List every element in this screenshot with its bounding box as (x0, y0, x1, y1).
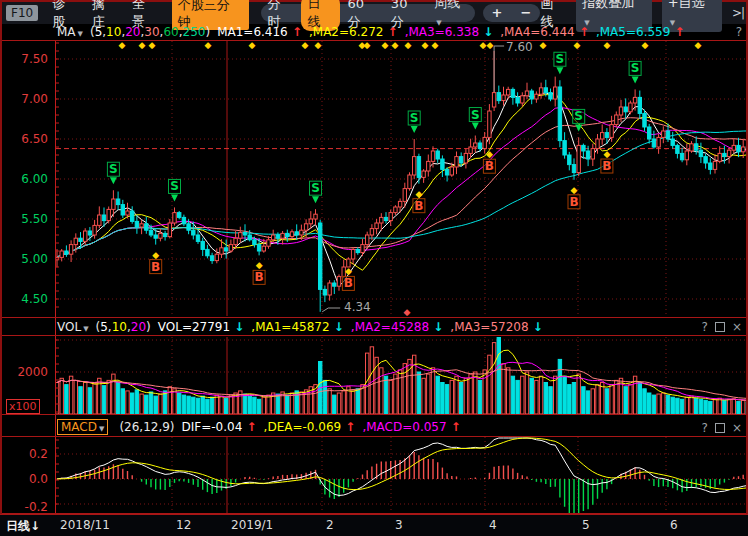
svg-text:◆: ◆ (422, 40, 429, 50)
time-axis-label: 3 (395, 518, 403, 532)
indicator-param: ) (205, 25, 210, 39)
time-axis-label: 2018/11 (60, 518, 110, 532)
svg-text:◆: ◆ (315, 40, 322, 50)
svg-text:◆: ◆ (432, 40, 439, 50)
volume-unit-label: x100 (6, 399, 40, 414)
svg-text:◆: ◆ (119, 40, 126, 50)
down-arrow-icon: ↓ (529, 320, 543, 334)
indicator-param: ) (146, 320, 151, 334)
indicator-selector[interactable]: MACD▼ (57, 419, 108, 435)
up-arrow-icon: ↑ (288, 25, 302, 39)
price-pane-icons: ? (736, 25, 742, 39)
svg-text:◆: ◆ (574, 40, 581, 50)
price-ma-legend[interactable]: MA▼(5,10,20,30,60,250)MA1=6.416 ↑,MA2=6.… (57, 23, 685, 40)
indicator-selector[interactable]: MA▼ (57, 25, 83, 39)
svg-text:B: B (151, 260, 160, 274)
indicator-value: ,MA4=6.444 (500, 25, 574, 39)
macd-legend[interactable]: MACD▼(26,12,9)DIF=-0.04 ↑,DEA=-0.069 ↑,M… (57, 419, 461, 435)
svg-text:◆: ◆ (415, 189, 422, 199)
close-icon[interactable]: × (732, 421, 742, 435)
indicator-param: 20 (131, 320, 146, 334)
svg-text:◆: ◆ (205, 40, 212, 50)
separator (0, 40, 748, 41)
up-arrow-icon: ↑ (242, 420, 256, 434)
maximize-icon[interactable] (715, 423, 725, 433)
help-icon[interactable]: ? (702, 320, 708, 334)
indicator-value: ,MA3=57208 (450, 320, 528, 334)
svg-text:B: B (602, 159, 611, 173)
svg-text:B: B (344, 276, 353, 290)
up-arrow-icon: ↑ (383, 25, 397, 39)
svg-text:◆: ◆ (364, 40, 371, 50)
indicator-value: ,MA2=45288 (351, 320, 429, 334)
maximize-icon[interactable] (715, 322, 725, 332)
period-indicator[interactable]: 日线↓ (6, 518, 40, 535)
indicator-value: DIF=-0.04 (182, 420, 243, 434)
indicator-param: 5 (100, 320, 108, 334)
time-axis-bar: 日线↓ 2018/11122019/123456 (0, 514, 748, 536)
svg-text:B: B (485, 159, 494, 173)
up-arrow-icon: ↑ (447, 420, 461, 434)
indicator-value: ,DEA=-0.069 (264, 420, 342, 434)
svg-text:◆: ◆ (540, 40, 547, 50)
stock-chart-window: F10 诊股 擒庄 全景 个股三分钟 分时日线60分30分周线▼ + − 画线 … (0, 0, 748, 536)
separator (0, 317, 748, 318)
svg-text:◆: ◆ (345, 266, 352, 276)
indicator-param: 60 (163, 25, 178, 39)
separator (0, 414, 748, 415)
svg-text:◆: ◆ (695, 40, 702, 50)
indicator-value: ,MACD=0.057 (362, 420, 446, 434)
help-icon[interactable]: ? (702, 421, 708, 435)
indicator-param: 10 (106, 25, 121, 39)
down-arrow-icon: ↓ (230, 320, 244, 334)
volume-legend[interactable]: VOL▼(5,10,20)VOL=27791 ↓,MA1=45872 ↓,MA2… (57, 319, 543, 335)
svg-text:◆: ◆ (392, 40, 399, 50)
indicator-value: VOL=27791 (158, 320, 230, 334)
svg-text:B: B (569, 195, 578, 209)
svg-text:B: B (255, 270, 264, 284)
time-axis-label: 2 (326, 518, 334, 532)
svg-text:◆: ◆ (382, 40, 389, 50)
svg-text:◆: ◆ (256, 260, 263, 270)
svg-text:S: S (109, 162, 118, 176)
help-icon[interactable]: ? (736, 25, 742, 39)
svg-text:◆: ◆ (480, 40, 487, 50)
svg-text:S: S (410, 111, 419, 125)
indicator-param: (26,12,9) (119, 420, 174, 434)
volume-axis-label: 2000 (6, 365, 48, 379)
high-annotation: 7.60 (506, 40, 533, 54)
price-axis-label: 7.00 (6, 92, 48, 106)
time-axis-label: 12 (176, 518, 191, 532)
macd-axis-label: 0.0 (6, 472, 48, 486)
indicator-param: 30 (144, 25, 159, 39)
svg-text:B: B (414, 199, 423, 213)
time-axis-label: 4 (489, 518, 497, 532)
svg-text:◆: ◆ (149, 40, 156, 50)
price-axis-label: 7.50 (6, 52, 48, 66)
up-arrow-icon: ↑ (670, 25, 684, 39)
down-arrow-icon: ↓ (479, 25, 493, 39)
svg-text:S: S (556, 52, 565, 66)
price-axis-label: 4.50 (6, 292, 48, 306)
svg-text:◆: ◆ (249, 40, 256, 50)
svg-text:◆: ◆ (604, 40, 611, 50)
down-arrow-icon: ↓ (330, 320, 344, 334)
svg-text:◆: ◆ (487, 40, 494, 50)
window-border-left (0, 0, 2, 536)
chevron-down-icon: ▼ (99, 425, 104, 433)
price-axis-label: 5.00 (6, 252, 48, 266)
indicator-value: ,MA3=6.338 (405, 25, 479, 39)
separator (0, 335, 748, 336)
down-arrow-icon: ↓ (429, 320, 443, 334)
svg-text:S: S (574, 109, 583, 123)
indicator-param: 250 (183, 25, 206, 39)
chart-canvas[interactable]: S◆BS◆BS◆BS◆BS◆BS◆BS◆BS◆◆◆◆◆◆◆◆◆◆◆◆◆◆◆◆◆◆… (0, 0, 748, 536)
svg-text:◆: ◆ (571, 185, 578, 195)
indicator-param: 20 (125, 25, 140, 39)
up-arrow-icon: ↑ (575, 25, 589, 39)
svg-text:◆: ◆ (405, 40, 412, 50)
up-arrow-icon: ↑ (341, 420, 355, 434)
svg-text:S: S (311, 181, 320, 195)
indicator-selector[interactable]: VOL▼ (57, 320, 89, 334)
close-icon[interactable]: × (732, 320, 742, 334)
